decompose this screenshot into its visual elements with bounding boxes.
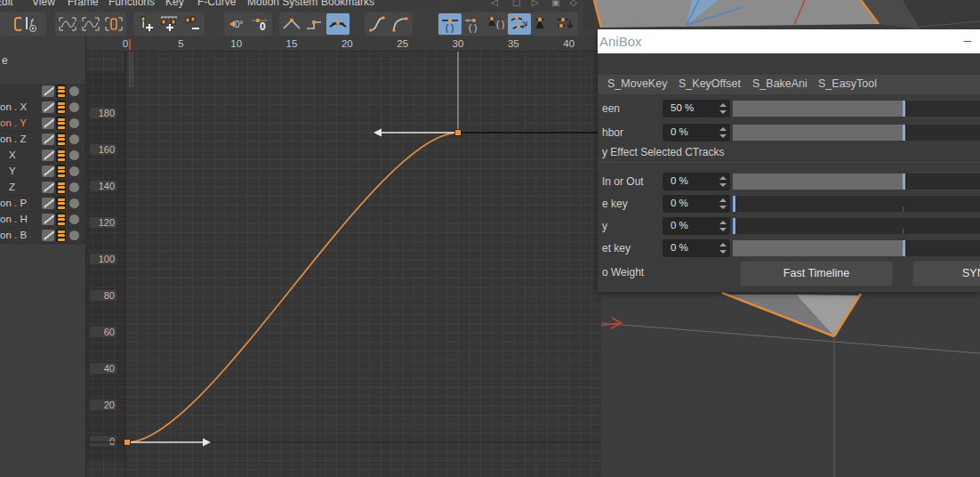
spinner-icon[interactable] <box>719 242 727 255</box>
syn-button[interactable]: SYN <box>912 261 980 287</box>
save-icon[interactable]: ▣ <box>551 0 559 7</box>
track-row-onb[interactable]: on . B <box>0 228 85 244</box>
diamond-icon[interactable]: ◇ <box>570 0 577 7</box>
edit-toggle-icon[interactable] <box>42 182 54 193</box>
track-row-z[interactable]: Z <box>0 180 85 196</box>
tab-s_movekey[interactable]: S_MoveKey <box>607 77 667 90</box>
menu-f-curve[interactable]: F-Curve <box>197 0 236 8</box>
fcurve-graph[interactable]: 0510152025303540 18016014012010080604020… <box>86 36 601 477</box>
clamp-icon[interactable]: ( ) <box>438 13 462 35</box>
keyframe-point-0[interactable] <box>125 440 131 446</box>
edit-toggle-icon[interactable] <box>42 101 54 113</box>
slider-handle[interactable] <box>733 196 735 212</box>
viewport[interactable] <box>601 292 980 477</box>
tangent-peak-icon[interactable] <box>280 13 303 35</box>
keyframes-icon[interactable] <box>56 229 66 242</box>
spinner-icon[interactable] <box>719 126 727 139</box>
edit-toggle-icon[interactable] <box>42 198 54 209</box>
mute-dot-icon[interactable] <box>69 166 79 176</box>
parens-left-icon[interactable]: ( ) <box>462 13 485 35</box>
track-row-ony[interactable]: on . Y <box>0 116 85 132</box>
track-row-onz[interactable]: on . Z <box>0 132 85 148</box>
track-row-onh[interactable]: on . H <box>0 212 85 228</box>
track-row-onp[interactable]: on . P <box>0 196 85 212</box>
add-keys-ruler-icon[interactable] <box>157 13 181 35</box>
remove-key-icon[interactable] <box>181 13 204 35</box>
value-zero-icon[interactable]: 0 <box>248 13 271 35</box>
region-curve-icon[interactable] <box>56 13 79 35</box>
param-value-field[interactable]: 0 % <box>663 124 730 141</box>
minimize-button[interactable]: – <box>964 32 971 47</box>
menu-motion-system[interactable]: Motion System <box>247 0 317 8</box>
slider-handle[interactable] <box>903 125 905 141</box>
param-value-field[interactable]: 50 % <box>663 100 730 117</box>
fast-timeline-button[interactable]: Fast Timeline <box>740 261 893 287</box>
edit-toggle-icon[interactable] <box>42 85 54 97</box>
bars-down-icon[interactable] <box>554 13 577 35</box>
frame-icon[interactable]: ▢ <box>512 0 520 7</box>
menu-bookmarks[interactable]: Bookmarks <box>321 0 374 8</box>
fcurve-canvas[interactable] <box>86 52 601 477</box>
track-row-onx[interactable]: on . X <box>0 100 85 116</box>
current-frame-marker[interactable] <box>129 39 131 50</box>
mute-dot-icon[interactable] <box>69 214 79 224</box>
spinner-icon[interactable] <box>719 175 727 188</box>
weight-icon[interactable] <box>531 13 554 35</box>
angle-zero-icon[interactable]: 0° <box>225 13 248 35</box>
frame-ruler[interactable]: 0510152025303540 <box>86 36 601 52</box>
object-name[interactable]: e <box>2 54 8 67</box>
param-value-field[interactable]: 0 % <box>663 239 730 257</box>
spinner-icon[interactable] <box>719 220 727 232</box>
keyframes-icon[interactable] <box>56 181 66 194</box>
weight-option-label[interactable]: o Weight <box>602 266 644 279</box>
mute-dot-icon[interactable] <box>69 182 79 192</box>
slider-handle[interactable] <box>903 101 905 117</box>
edit-toggle-icon[interactable] <box>42 133 54 145</box>
spinner-icon[interactable] <box>719 102 727 115</box>
ease-arc-icon[interactable] <box>389 13 412 35</box>
slider-handle[interactable] <box>733 218 735 234</box>
weight-parens-icon[interactable]: ( ) <box>485 13 508 35</box>
param-slider[interactable] <box>733 196 980 212</box>
keyframes-icon[interactable] <box>56 85 66 98</box>
tab-s_bakeani[interactable]: S_BakeAni <box>752 77 807 90</box>
tab-s_keyoffset[interactable]: S_KeyOffset <box>679 77 741 90</box>
mute-dot-icon[interactable] <box>69 134 79 144</box>
track-row-x[interactable]: X <box>0 148 85 164</box>
anibox-titlebar[interactable]: AniBox – <box>598 29 980 53</box>
menu-edit[interactable]: Edit <box>0 0 13 8</box>
mute-dot-icon[interactable] <box>69 150 79 160</box>
keyframes-icon[interactable] <box>56 165 66 178</box>
mute-dot-icon[interactable] <box>69 198 79 208</box>
menu-key[interactable]: Key <box>165 0 184 8</box>
menu-view[interactable]: View <box>32 0 55 8</box>
slider-handle[interactable] <box>903 240 905 256</box>
track-row[interactable] <box>0 84 85 100</box>
ctracks-option-label[interactable]: y Effect Selected CTracks <box>602 146 724 158</box>
tab-s_easytool[interactable]: S_EasyTool <box>818 77 877 90</box>
edit-toggle-icon[interactable] <box>42 230 54 241</box>
spinner-icon[interactable] <box>719 198 727 210</box>
add-key-icon[interactable] <box>134 13 157 35</box>
viewport-top-strip[interactable] <box>582 0 980 29</box>
slider-handle[interactable] <box>903 174 905 190</box>
tangent-step-icon[interactable] <box>303 13 326 35</box>
page-icon[interactable]: ▷ <box>532 0 539 7</box>
fcurve-eye-icon[interactable]: f <box>22 13 45 35</box>
param-slider[interactable] <box>733 240 980 256</box>
ease-s-curve-icon[interactable] <box>365 13 389 35</box>
param-slider[interactable] <box>733 174 980 190</box>
param-value-field[interactable]: 0 % <box>663 217 730 235</box>
region-curve2-icon[interactable] <box>79 13 102 35</box>
track-row-y[interactable]: Y <box>0 164 85 180</box>
param-value-field[interactable]: 0 % <box>663 195 730 213</box>
edit-toggle-icon[interactable] <box>42 214 54 225</box>
mute-dot-icon[interactable] <box>69 86 79 96</box>
edit-toggle-icon[interactable] <box>42 117 54 129</box>
keyframe-point-30[interactable] <box>455 130 462 136</box>
menu-frame[interactable]: Frame <box>68 0 99 8</box>
param-slider[interactable] <box>733 125 980 141</box>
keyframes-icon[interactable] <box>56 197 66 210</box>
back-arrow-icon[interactable]: ◁ <box>491 0 498 7</box>
mute-dot-icon[interactable] <box>69 118 79 128</box>
